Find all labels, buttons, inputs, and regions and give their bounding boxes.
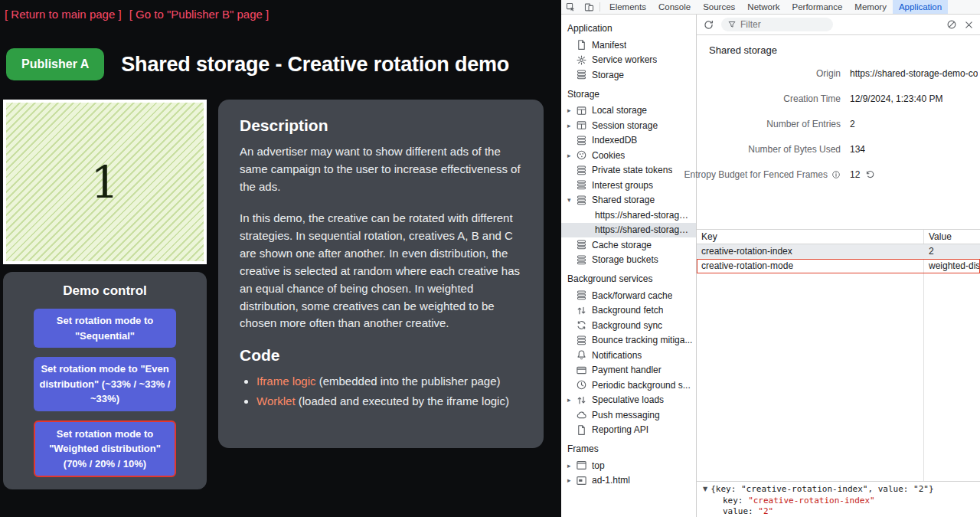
sidebar-item-back-forward-cache[interactable]: Back/forward cache <box>561 288 696 303</box>
expand-arrow-icon[interactable] <box>567 122 576 129</box>
clear-icon[interactable] <box>946 19 957 30</box>
table-row[interactable]: creative-rotation-index 2 <box>697 244 980 259</box>
column-header-value[interactable]: Value <box>923 231 980 242</box>
expand-arrow-icon[interactable] <box>567 462 576 470</box>
code-list-item: Worklet (loaded and executed by the ifra… <box>256 393 522 411</box>
sidebar-item-payment-handler[interactable]: Payment handler <box>561 363 696 378</box>
sidebar-item-label: Session storage <box>592 120 658 131</box>
tabbar-divider <box>599 2 600 11</box>
sidebar-item-session-storage[interactable]: Session storage <box>561 118 696 133</box>
sidebar-item-label: Periodic background s... <box>592 380 691 391</box>
sidebar-item-interest-groups[interactable]: Interest groups <box>561 178 696 193</box>
expand-arrow-icon[interactable] <box>567 152 576 159</box>
left-column: 1 Demo control Set rotation mode to "Seq… <box>3 100 207 489</box>
interest-groups-icon <box>576 179 587 191</box>
rotation-sequential-button[interactable]: Set rotation mode to "Sequential" <box>34 309 176 348</box>
filter-input[interactable] <box>740 19 827 30</box>
screen: [ Return to main page ] [ Go to "Publish… <box>0 0 980 517</box>
sidebar-item-frame-top[interactable]: top <box>561 458 696 473</box>
storage-items-table: Key Value creative-rotation-index 2 crea… <box>697 229 980 481</box>
sidebar-item-label: Push messaging <box>592 410 660 420</box>
sidebar-item-local-storage[interactable]: Local storage <box>561 103 696 119</box>
table-row[interactable]: creative-rotation-mode weighted-dist <box>697 259 980 273</box>
info-icon <box>831 170 841 179</box>
expand-triangle-icon[interactable]: ▼ <box>703 486 707 494</box>
code-list-item-text: (loaded and executed by the iframe logic… <box>296 394 509 407</box>
sidebar-item-label: Interest groups <box>592 180 653 191</box>
sidebar-item-cookies[interactable]: Cookies <box>561 148 696 163</box>
table-header-row: Key Value <box>697 230 980 244</box>
shared-storage-panel: Shared storage Origin https://shared-sto… <box>697 15 980 517</box>
sidebar-item-reporting-api[interactable]: Reporting API <box>561 423 696 438</box>
sidebar-item-label: ad-1.html <box>592 475 630 486</box>
notifications-bell-icon <box>576 349 587 361</box>
tab-performance[interactable]: Performance <box>786 0 849 14</box>
sidebar-item-label: Payment handler <box>592 365 662 375</box>
meta-value: 12/9/2024, 1:23:40 PM <box>850 93 942 104</box>
sidebar-item-label: Background fetch <box>592 305 663 316</box>
sidebar-item-periodic-background-sync[interactable]: Periodic background s... <box>561 378 696 393</box>
application-sidebar: Application Manifest Service workers Sto… <box>561 15 697 517</box>
expand-arrow-icon[interactable] <box>567 106 576 114</box>
publisher-badge: Publisher A <box>6 48 104 80</box>
meta-label: Origin <box>816 68 841 79</box>
collapse-arrow-icon[interactable] <box>567 196 576 204</box>
sidebar-item-label: Back/forward cache <box>592 290 672 301</box>
column-header-key[interactable]: Key <box>697 231 923 242</box>
meta-label: Number of Entries <box>766 119 841 129</box>
close-icon[interactable] <box>964 20 974 30</box>
session-storage-icon <box>576 119 587 131</box>
reset-budget-icon[interactable] <box>865 169 875 179</box>
sidebar-item-background-sync[interactable]: Background sync <box>561 318 696 333</box>
refresh-icon[interactable] <box>703 19 714 31</box>
sidebar-item-background-fetch[interactable]: Background fetch <box>561 303 696 319</box>
sidebar-item-speculative-loads[interactable]: Speculative loads <box>561 393 696 408</box>
sidebar-item-notifications[interactable]: Notifications <box>561 348 696 363</box>
sidebar-item-shared-storage-origin-1[interactable]: https://shared-storage-d... <box>561 208 696 223</box>
cache-storage-icon <box>576 239 587 250</box>
sidebar-item-push-messaging[interactable]: Push messaging <box>561 407 696 423</box>
sidebar-item-indexeddb[interactable]: IndexedDB <box>561 133 696 149</box>
panel-title: Shared storage <box>697 35 980 66</box>
sidebar-item-shared-storage[interactable]: Shared storage <box>561 193 696 208</box>
iframe-logic-link[interactable]: Iframe logic <box>256 375 316 388</box>
device-toolbar-icon[interactable] <box>580 0 598 14</box>
cell-value: 2 <box>923 246 980 257</box>
storage-buckets-icon <box>576 254 587 266</box>
tab-console[interactable]: Console <box>652 0 697 14</box>
return-to-main-link[interactable]: [ Return to main page ] <box>5 8 122 21</box>
tab-elements[interactable]: Elements <box>603 0 652 14</box>
sidebar-item-manifest[interactable]: Manifest <box>561 38 696 53</box>
sidebar-item-private-state-tokens[interactable]: Private state tokens <box>561 163 696 178</box>
tab-application[interactable]: Application <box>893 0 948 14</box>
publisher-page: [ Return to main page ] [ Go to "Publish… <box>0 0 561 517</box>
bounce-tracking-icon <box>576 335 587 346</box>
rotation-weighted-distribution-button[interactable]: Set rotation mode to "Weighted distribut… <box>34 420 176 478</box>
sidebar-item-cache-storage[interactable]: Cache storage <box>561 237 696 253</box>
page-body: 1 Demo control Set rotation mode to "Seq… <box>3 100 561 489</box>
sidebar-item-shared-storage-origin-2[interactable]: https://shared-storage-d... <box>561 223 696 238</box>
expand-arrow-icon[interactable] <box>567 396 576 404</box>
expand-arrow-icon[interactable] <box>567 476 576 484</box>
storage-icon <box>576 69 587 80</box>
ad-frame-icon <box>576 475 587 486</box>
tab-network[interactable]: Network <box>741 0 786 14</box>
rotation-even-distribution-button[interactable]: Set rotation mode to "Even distribution"… <box>34 357 176 411</box>
sidebar-item-storage-buckets[interactable]: Storage buckets <box>561 253 696 268</box>
sidebar-item-service-workers[interactable]: Service workers <box>561 53 696 68</box>
tab-memory[interactable]: Memory <box>848 0 893 14</box>
back-forward-cache-icon <box>576 290 587 301</box>
worklet-link[interactable]: Worklet <box>256 394 296 407</box>
meta-value: https://shared-storage-demo-co <box>850 68 978 79</box>
sidebar-item-bounce-tracking-mitigations[interactable]: Bounce tracking mitiga... <box>561 333 696 348</box>
sidebar-item-frame-ad-1[interactable]: ad-1.html <box>561 473 696 489</box>
meta-value: 12 <box>850 169 860 180</box>
publisher-b-link[interactable]: [ Go to "Publisher B" page ] <box>129 8 269 21</box>
inspect-element-icon[interactable] <box>561 0 580 14</box>
sidebar-item-storage[interactable]: Storage <box>561 67 696 83</box>
sidebar-item-label: Cache storage <box>592 240 652 250</box>
tab-sources[interactable]: Sources <box>697 0 741 14</box>
speculative-loads-icon <box>576 394 587 406</box>
section-title-application: Application <box>561 17 696 38</box>
preview-property-value: "2" <box>758 506 773 516</box>
